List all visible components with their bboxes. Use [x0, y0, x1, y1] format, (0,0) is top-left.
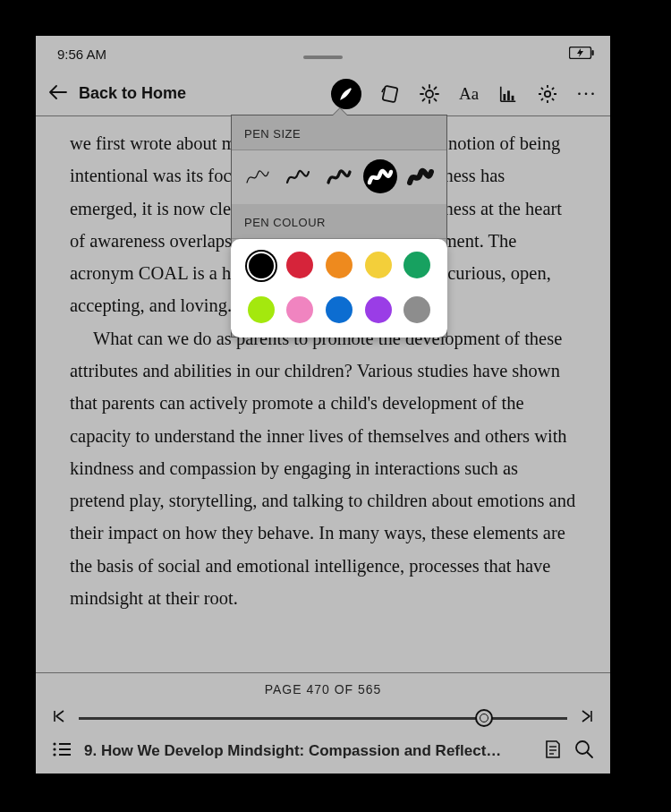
pen-tool-button[interactable] [331, 79, 361, 109]
svg-point-15 [545, 90, 550, 96]
pen-size-option-4[interactable] [363, 159, 397, 193]
pen-colour-swatch[interactable] [326, 252, 352, 278]
reading-stats-icon[interactable] [497, 83, 519, 105]
pen-size-option-1[interactable] [241, 159, 275, 193]
svg-rect-14 [512, 95, 514, 100]
chapter-title[interactable]: 9. How We Develop Mindsight: Compassion … [84, 742, 531, 760]
pen-colour-swatch[interactable] [365, 252, 392, 278]
pen-settings-popover: PEN SIZE PEN COLOUR [231, 115, 447, 338]
svg-line-11 [434, 87, 436, 89]
settings-gear-icon[interactable] [537, 83, 558, 105]
svg-rect-12 [504, 94, 506, 100]
svg-line-9 [434, 98, 436, 100]
pen-colour-swatch[interactable] [286, 252, 313, 278]
ereader-screen: 9:56 AM Back to Home Aa [36, 36, 610, 774]
pen-colour-heading: PEN COLOUR [232, 204, 446, 239]
brightness-icon[interactable] [419, 83, 440, 105]
drag-handle[interactable] [303, 56, 343, 59]
pen-colour-swatch[interactable] [326, 296, 352, 323]
font-settings-icon[interactable]: Aa [458, 83, 480, 105]
svg-point-3 [426, 90, 433, 98]
svg-rect-1 [592, 50, 594, 56]
slider-thumb[interactable] [475, 709, 493, 727]
pen-size-option-3[interactable] [322, 159, 356, 193]
pen-size-option-2[interactable] [281, 159, 315, 193]
back-arrow-icon[interactable] [48, 85, 68, 103]
pen-size-row [232, 150, 446, 204]
paragraph: What can we do as parents to promote the… [70, 322, 576, 615]
notes-icon[interactable] [544, 739, 562, 763]
pen-colour-swatch[interactable] [403, 296, 430, 323]
rotate-icon[interactable] [379, 83, 401, 105]
svg-rect-13 [507, 90, 510, 100]
pen-colour-swatch[interactable] [286, 296, 313, 323]
pen-colour-swatch[interactable] [247, 252, 276, 280]
pen-colour-swatch[interactable] [403, 252, 430, 278]
last-page-icon[interactable] [580, 709, 594, 727]
search-icon[interactable] [574, 739, 594, 763]
svg-line-8 [423, 87, 425, 89]
pen-colour-grid [231, 239, 447, 338]
back-to-home-button[interactable]: Back to Home [79, 84, 186, 103]
pen-size-option-5[interactable] [403, 159, 437, 193]
pen-colour-swatch[interactable] [365, 296, 392, 323]
top-toolbar: Back to Home Aa ··· [36, 72, 610, 116]
svg-point-18 [53, 753, 55, 756]
bottom-bar: PAGE 470 OF 565 9. How We Develop Mindsi… [36, 672, 610, 774]
toc-icon[interactable] [52, 741, 72, 761]
battery-charging-icon [569, 47, 594, 62]
page-counter: PAGE 470 OF 565 [52, 682, 594, 697]
svg-line-10 [423, 98, 425, 100]
progress-slider[interactable] [79, 717, 567, 720]
clock: 9:56 AM [57, 47, 106, 62]
more-menu-icon[interactable]: ··· [576, 83, 598, 105]
svg-line-26 [588, 753, 593, 758]
svg-point-16 [53, 742, 55, 745]
pen-colour-swatch[interactable] [248, 296, 275, 323]
first-page-icon[interactable] [52, 709, 66, 727]
svg-point-17 [53, 748, 55, 750]
status-bar: 9:56 AM [36, 36, 610, 72]
pen-size-heading: PEN SIZE [232, 115, 446, 150]
